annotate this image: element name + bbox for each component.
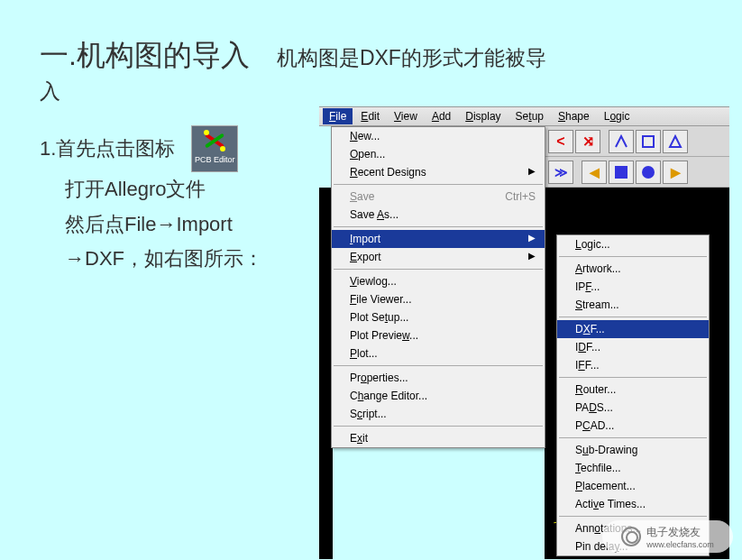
toolbar-button[interactable]: ◀ <box>582 161 607 184</box>
menubar: File Edit View Add Display Setup Shape L… <box>319 106 729 126</box>
menu-item-properties[interactable]: Properties... <box>332 369 545 387</box>
toolbar-button[interactable] <box>636 130 661 153</box>
pcb-editor-icon: PCB Editor <box>191 125 238 172</box>
menubar-setup[interactable]: Setup <box>509 108 550 124</box>
step-line-3: 然后点File→Import <box>40 207 328 243</box>
toolbar-button[interactable] <box>609 161 634 184</box>
menu-separator <box>334 426 543 427</box>
submenu-item-iff[interactable]: IFF... <box>557 356 709 374</box>
toolbar-button[interactable] <box>663 130 688 153</box>
menu-item-recent[interactable]: Recent Designs▶ <box>332 163 545 181</box>
menu-separator <box>334 226 543 227</box>
import-submenu: Logic... Artwork... IPF... Stream... DXF… <box>556 234 710 556</box>
submenu-item-pcad[interactable]: PCAD... <box>557 417 709 435</box>
menubar-view[interactable]: View <box>388 108 424 124</box>
menubar-logic[interactable]: Logic <box>598 108 637 124</box>
watermark-logo-icon <box>621 527 641 546</box>
menu-separator <box>559 377 707 378</box>
menu-item-script[interactable]: Script... <box>332 405 545 423</box>
menu-item-open[interactable]: Open... <box>332 145 545 163</box>
step-line-2: 打开Allegro文件 <box>40 172 328 207</box>
svg-rect-0 <box>643 136 654 147</box>
file-menu: New... Open... Recent Designs▶ SaveCtrl+… <box>331 126 545 448</box>
menu-separator <box>559 516 707 517</box>
menu-item-viewlog[interactable]: Viewlog... <box>332 272 545 290</box>
menu-separator <box>559 437 707 438</box>
step-line-4: →DXF，如右图所示： <box>40 242 328 277</box>
submenu-item-active-times[interactable]: Active Times... <box>557 495 709 513</box>
allegro-app-screenshot: File Edit View Add Display Setup Shape L… <box>319 106 729 126</box>
toolbar-button[interactable]: ⤨ <box>575 130 600 153</box>
watermark-text: 电子发烧友 <box>646 525 714 540</box>
menu-item-change-editor[interactable]: Change Editor... <box>332 387 545 405</box>
menu-item-save: SaveCtrl+S <box>332 188 545 206</box>
menubar-file[interactable]: File <box>323 108 353 124</box>
submenu-item-idf[interactable]: IDF... <box>557 338 709 356</box>
slide-subtitle: 机构图是DXF的形式才能被导 <box>277 44 546 72</box>
submenu-item-stream[interactable]: Stream... <box>557 296 709 314</box>
menubar-edit[interactable]: Edit <box>354 108 386 124</box>
menu-item-export[interactable]: Export▶ <box>332 248 545 266</box>
menu-item-save-as[interactable]: Save As... <box>332 206 545 224</box>
submenu-item-logic[interactable]: Logic... <box>557 235 709 253</box>
submenu-item-artwork[interactable]: Artwork... <box>557 260 709 278</box>
toolbar-button[interactable]: ≫ <box>548 161 573 184</box>
submenu-item-dxf[interactable]: DXF... <box>557 320 709 338</box>
menubar-shape[interactable]: Shape <box>552 108 596 124</box>
menu-item-import[interactable]: Import▶ <box>332 230 545 248</box>
menu-separator <box>334 365 543 366</box>
toolbar-button[interactable]: ▶ <box>663 161 688 184</box>
step-line-1: 1.首先点击图标 <box>40 132 175 167</box>
submenu-item-router[interactable]: Router... <box>557 381 709 399</box>
submenu-item-pads[interactable]: PADS... <box>557 399 709 417</box>
menu-item-plot-preview[interactable]: Plot Preview... <box>332 326 545 344</box>
toolbar-button[interactable]: < <box>548 130 573 153</box>
pcb-editor-icon-label: PCB Editor <box>195 153 235 168</box>
slide-subtitle-wrap: 入 <box>40 78 702 106</box>
menubar-display[interactable]: Display <box>459 108 507 124</box>
watermark-url: www.elecfans.com <box>646 540 714 549</box>
menu-separator <box>559 256 707 257</box>
watermark: 电子发烧友 www.elecfans.com <box>602 520 733 553</box>
submenu-item-sub-drawing[interactable]: Sub-Drawing <box>557 441 709 459</box>
toolbar-button[interactable] <box>609 130 634 153</box>
menu-item-plot-setup[interactable]: Plot Setup... <box>332 308 545 326</box>
menubar-add[interactable]: Add <box>426 108 457 124</box>
submenu-item-techfile[interactable]: Techfile... <box>557 459 709 477</box>
menu-item-new[interactable]: New... <box>332 127 545 145</box>
toolbar-button[interactable] <box>636 161 661 184</box>
submenu-item-ipf[interactable]: IPF... <box>557 278 709 296</box>
slide-title: 一.机构图的导入 <box>40 36 250 76</box>
menu-separator <box>334 184 543 185</box>
menu-separator <box>334 269 543 270</box>
submenu-item-placement[interactable]: Placement... <box>557 477 709 495</box>
menu-item-plot[interactable]: Plot... <box>332 344 545 363</box>
toolbar-row-2: ≫ ◀ ▶ <box>545 157 729 188</box>
menu-separator <box>559 317 707 317</box>
instruction-text: 1.首先点击图标 PCB Editor 打开Allegro文件 然后点File→… <box>40 125 328 277</box>
menu-item-exit[interactable]: Exit <box>332 429 545 447</box>
menu-item-file-viewer[interactable]: File Viewer... <box>332 290 545 308</box>
toolbar-row-1: < ⤨ <box>545 126 729 157</box>
